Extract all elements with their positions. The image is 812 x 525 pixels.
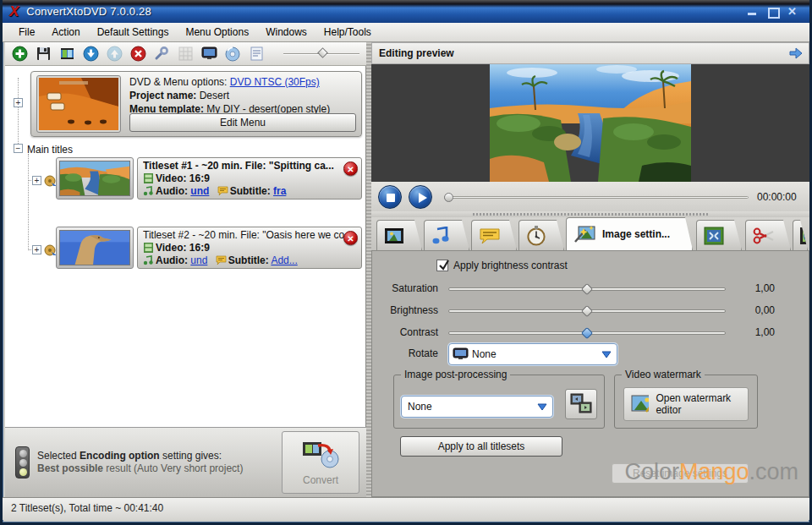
convert-button[interactable]: Convert — [282, 431, 359, 494]
saturation-thumb[interactable] — [581, 283, 593, 295]
tab-resize-crop[interactable] — [696, 220, 742, 250]
open-watermark-editor-button[interactable]: Open watermark editor — [623, 387, 749, 421]
titleset-row-2[interactable]: Titleset #2 - ~20 min. File: "Oasis here… — [56, 227, 362, 269]
rotate-row: Rotate None — [372, 342, 809, 366]
titleset-row-1[interactable]: Titleset #1 - ~20 min. File: "Spitting c… — [56, 157, 362, 200]
move-down-button[interactable] — [83, 46, 99, 62]
disc-icon — [225, 46, 240, 62]
project-name-label: Project name: — [129, 90, 196, 101]
log-button[interactable] — [249, 46, 265, 62]
apply-brightness-checkbox[interactable] — [436, 260, 448, 271]
titleset2-subtitle-link[interactable]: Add... — [271, 254, 297, 266]
tab-chapters[interactable] — [518, 220, 564, 250]
check-icon — [438, 259, 450, 272]
app-logo-icon: X — [9, 3, 19, 20]
horizontal-splitter[interactable] — [371, 211, 809, 217]
traffic-light-icon — [15, 446, 30, 479]
menu-windows[interactable]: Windows — [258, 24, 315, 41]
convert-icon — [301, 439, 340, 469]
titleset1-thumbnail[interactable] — [56, 157, 134, 200]
encoding-status-text: Selected Encoding option setting gives: … — [37, 450, 243, 475]
titleset1-info[interactable]: Titleset #1 - ~20 min. File: "Spitting c… — [137, 157, 362, 200]
play-button[interactable] — [409, 185, 432, 209]
seek-thumb[interactable] — [444, 193, 453, 202]
titleset2-info[interactable]: Titleset #2 - ~20 min. File: "Oasis here… — [137, 227, 362, 269]
zoom-slider[interactable] — [283, 46, 359, 62]
video-icon — [143, 173, 154, 183]
contrast-label: Contrast — [372, 326, 438, 338]
burn-disc-button[interactable] — [225, 46, 241, 62]
tree-line — [28, 154, 29, 250]
titleset2-audio-link[interactable]: und — [190, 254, 207, 266]
settings-button[interactable] — [154, 46, 170, 62]
post-processing-dropdown[interactable]: None — [401, 396, 553, 418]
titleset1-expander-icon[interactable]: + — [32, 176, 41, 185]
titleset2-audio-subtitle-row: Audio: und Subtitle: Add... — [143, 254, 356, 267]
speech-bubble-icon — [479, 227, 501, 244]
tab-image-settings[interactable]: Image settin... — [566, 217, 693, 250]
contrast-row: Contrast 1,00 — [372, 324, 809, 341]
playback-time: 00:00:00 — [757, 191, 809, 203]
titleset2-title: Titleset #2 - ~20 min. File: "Oasis here… — [143, 229, 356, 242]
brightness-slider[interactable] — [448, 309, 726, 313]
wrench-icon — [154, 46, 169, 62]
apply-to-all-titlesets-button[interactable]: Apply to all titlesets — [400, 436, 562, 457]
move-up-button[interactable] — [107, 46, 123, 62]
titleset1-title: Titleset #1 - ~20 min. File: "Spitting c… — [143, 160, 356, 172]
move-up-icon — [107, 46, 123, 62]
seek-slider[interactable] — [444, 189, 749, 205]
next-arrow-icon[interactable] — [788, 46, 804, 60]
close-icon[interactable]: ✕ — [787, 7, 799, 17]
menu-file[interactable]: File — [11, 24, 42, 41]
post-processing-preview-button[interactable] — [565, 389, 597, 419]
titleset1-subtitle-link[interactable]: fra — [273, 185, 286, 197]
contrast-thumb[interactable] — [581, 327, 593, 339]
titleset2-thumbnail[interactable] — [56, 227, 134, 269]
tab-subtitles[interactable] — [471, 220, 517, 250]
titleset1-thumbnail-image — [59, 161, 130, 196]
add-file-button[interactable] — [12, 46, 28, 62]
video-preview-area — [371, 64, 809, 182]
menu-help-tools[interactable]: Help/Tools — [316, 24, 379, 41]
merge-titlesets-button[interactable] — [59, 46, 75, 62]
convert-button-label: Convert — [283, 474, 359, 486]
menu-menu-options[interactable]: Menu Options — [178, 24, 256, 41]
tab-cut-scenes[interactable] — [745, 220, 791, 250]
chapters-button[interactable] — [178, 46, 194, 62]
contrast-slider[interactable] — [448, 331, 726, 335]
menu-action[interactable]: Action — [44, 24, 87, 41]
zoom-slider-thumb[interactable] — [318, 47, 329, 58]
rotate-dropdown[interactable]: None — [448, 343, 617, 365]
audio-icon — [143, 186, 154, 196]
tab-audio-settings[interactable] — [424, 220, 469, 250]
titleset2-expander-icon[interactable]: + — [32, 245, 41, 254]
apply-brightness-label: Apply brightness contrast — [453, 260, 568, 271]
menu-thumbnail[interactable] — [37, 76, 120, 132]
status-text: 2 Titleset(s), Total time ~ 00:41:40 — [11, 502, 163, 514]
titleset2-delete-icon[interactable]: ✕ — [343, 231, 358, 245]
tab-video-settings[interactable] — [376, 220, 422, 250]
dvd-format-link[interactable]: DVD NTSC (30Fps) — [230, 76, 320, 88]
menu-default-settings[interactable]: Default Settings — [90, 24, 177, 41]
preview-button[interactable] — [201, 46, 217, 62]
project-expander-icon[interactable]: + — [14, 98, 23, 107]
image-settings-icon — [573, 225, 595, 243]
brightness-label: Brightness — [372, 304, 438, 316]
remove-title-button[interactable] — [130, 46, 146, 62]
titleset1-audio-link[interactable]: und — [190, 185, 209, 197]
saturation-slider[interactable] — [448, 287, 726, 291]
contrast-value: 1,00 — [755, 326, 775, 338]
stop-button[interactable] — [378, 185, 402, 209]
preview-video-frame — [490, 64, 691, 182]
tree-line — [18, 78, 19, 149]
edit-menu-button[interactable]: Edit Menu — [129, 113, 356, 132]
save-project-button[interactable] — [36, 46, 52, 62]
main-titles-expander-icon[interactable]: − — [14, 144, 23, 153]
encoding-panel: Selected Encoding option setting gives: … — [5, 427, 366, 497]
tab-video-file[interactable] — [793, 220, 808, 250]
brightness-thumb[interactable] — [581, 305, 593, 317]
titleset1-delete-icon[interactable]: ✕ — [343, 161, 358, 176]
maximize-icon[interactable] — [767, 7, 779, 17]
settings-tabs: Image settin... — [371, 217, 809, 250]
minimize-icon[interactable] — [747, 7, 759, 17]
